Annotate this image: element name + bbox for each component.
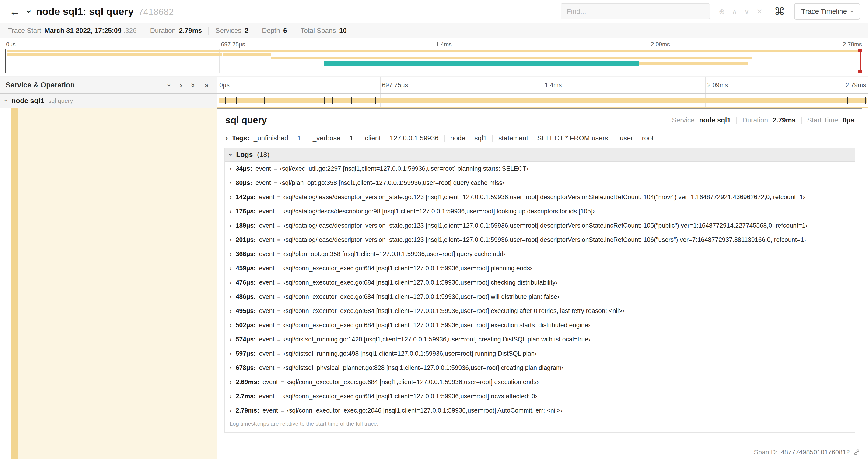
log-entry[interactable]: ›201μs:event=‹sql/catalog/lease/descript… [225,233,855,247]
log-value: ‹sql/distsql_physical_planner.go:828 [ns… [283,364,564,371]
minimap-canvas[interactable] [4,48,864,73]
log-entry[interactable]: ›2.79ms:event=‹sql/conn_executor_exec.go… [225,403,855,418]
summary-label: Total Spans [301,27,336,35]
chevron-right-icon: › [229,351,231,357]
log-value: ‹sql/conn_executor_exec.go:684 [nsql1,cl… [287,379,539,386]
log-value: ‹sql/catalog/lease/descriptor_version_st… [283,194,805,201]
tag-item: node=sql1 [450,134,487,142]
log-entry[interactable]: ›597μs:event=‹sql/distsql_running.go:498… [225,347,855,361]
log-timestamp: 597μs: [236,350,256,357]
time-tick-label: 2.79ms [845,81,866,89]
log-value: ‹sql/plan_opt.go:358 [nsql1,client=127.0… [283,251,506,258]
equals-sign: = [277,279,281,286]
summary-item: Duration2.79ms [144,27,209,35]
chevron-down-icon[interactable]: › [3,100,10,102]
chevron-right-icon: › [229,322,231,328]
tag-item: statement=SELECT * FROM users [498,134,608,142]
log-timestamp: 189μs: [236,222,256,229]
span-detail-panel: sql query Service:node sql1Duration:2.79… [217,108,862,446]
find-input[interactable] [561,3,710,19]
equals-sign: = [277,265,281,272]
grid-line [649,48,649,73]
next-result-icon[interactable]: ∨ [744,8,749,15]
grid-line [705,77,706,93]
logs-count: (18) [257,151,270,159]
log-entry[interactable]: ›189μs:event=‹sql/catalog/lease/descript… [225,219,855,233]
log-entry[interactable]: ›574μs:event=‹sql/distsql_running.go:142… [225,332,855,347]
log-field-name: event [259,350,274,357]
time-tick-label: 2.09ms [651,41,670,48]
chevron-down-icon[interactable]: › [227,154,234,156]
tags-row[interactable]: › Tags: _unfinished=1_verbose=1client=12… [224,130,856,147]
log-entry[interactable]: ›459μs:event=‹sql/conn_executor_exec.go:… [225,261,855,275]
summary-label: Depth [262,27,280,35]
log-entry[interactable]: ›476μs:event=‹sql/conn_executor_exec.go:… [225,275,855,290]
span-row-label[interactable]: › node sql1 sql query [0,94,217,108]
tag-item: client=127.0.0.1:59936 [365,134,439,142]
equals-sign: = [277,251,281,258]
log-entry[interactable]: ›2.7ms:event=‹sql/conn_executor_exec.go:… [225,389,855,403]
logs-header[interactable]: › Logs (18) [225,148,855,162]
equals-sign: = [277,350,281,357]
logs-list: ›34μs:event=‹sql/exec_util.go:2297 [nsql… [225,162,855,418]
summary-label: Trace Start [8,27,41,35]
meta-item: Duration:2.79ms [742,117,796,124]
collapse-trace-icon[interactable]: › [24,10,34,13]
meta-item: Start Time:0μs [807,117,855,124]
summary-item: Depth6 [255,27,294,35]
trace-id: 7418682 [138,7,174,17]
log-entry[interactable]: ›142μs:event=‹sql/catalog/lease/descript… [225,190,855,204]
keyboard-shortcuts-icon[interactable]: ⌘ [771,5,788,18]
scrubber-handle[interactable] [858,48,862,52]
meta-separator [801,117,802,124]
scrubber-handle[interactable] [858,69,862,73]
log-entry[interactable]: ›366μs:event=‹sql/plan_opt.go:358 [nsql1… [225,247,855,261]
link-icon[interactable] [853,449,861,456]
zoom-in-icon[interactable]: ⊕ [719,8,725,15]
summary-label: Duration [150,27,176,35]
indent-column [0,108,217,459]
log-entry[interactable]: ›502μs:event=‹sql/conn_executor_exec.go:… [225,318,855,332]
minimap-scrubber-right[interactable] [860,48,861,73]
expand-one-icon[interactable]: › [180,81,182,89]
log-entry[interactable]: ›495μs:event=‹sql/conn_executor_exec.go:… [225,304,855,318]
span-track[interactable] [217,94,868,108]
time-tick-label: 697.75μs [382,81,408,89]
equals-sign: = [277,293,281,300]
meta-label: Start Time: [807,117,840,124]
summary-value: 2.79ms [179,27,202,35]
trace-minimap[interactable]: 0μs697.75μs1.4ms2.09ms2.79ms [0,38,868,73]
equals-sign: = [277,308,281,315]
summary-value: 2 [245,27,248,35]
expand-all-icon[interactable]: » [205,81,209,89]
log-entry[interactable]: ›2.69ms:event=‹sql/conn_executor_exec.go… [225,375,855,389]
equals-sign: = [343,135,347,142]
back-button[interactable]: ← [8,6,22,17]
collapse-one-icon[interactable]: › [166,84,173,86]
chevron-right-icon: › [229,251,231,257]
clear-find-icon[interactable]: ✕ [756,8,763,15]
log-entry[interactable]: ›486μs:event=‹sql/conn_executor_exec.go:… [225,290,855,304]
collapse-all-icon[interactable]: » [190,83,197,87]
span-detail-title: sql query [225,115,267,126]
tag-value: SELECT * FROM users [537,134,608,142]
log-entry[interactable]: ›176μs:event=‹sql/catalog/descs/descript… [225,204,855,219]
span-row[interactable]: › node sql1 sql query [0,94,868,108]
log-entry[interactable]: ›80μs:event=‹sql/plan_opt.go:358 [nsql1,… [225,176,855,190]
tags-label: Tags: [232,134,249,142]
log-entry[interactable]: ›34μs:event=‹sql/exec_util.go:2297 [nsql… [225,162,855,176]
chevron-right-icon: › [229,336,231,342]
chevron-right-icon[interactable]: › [225,135,228,141]
log-field-name: event [259,251,274,258]
view-selector-button[interactable]: Trace Timeline › [794,3,860,20]
log-entry[interactable]: ›678μs:event=‹sql/distsql_physical_plann… [225,361,855,375]
trace-header: ← › node sql1: sql query 7418682 ⊕∧∨✕ ⌘ … [0,0,868,23]
prev-result-icon[interactable]: ∧ [732,8,737,15]
time-tick-label: 697.75μs [221,41,245,48]
span-id-label: SpanID: [754,449,777,456]
summary-suffix: .326 [123,27,136,35]
log-timestamp: 201μs: [236,236,256,243]
span-duration-bar[interactable] [219,98,867,103]
log-timestamp: 502μs: [236,322,256,329]
minimap-scrubber-left[interactable] [5,48,6,73]
